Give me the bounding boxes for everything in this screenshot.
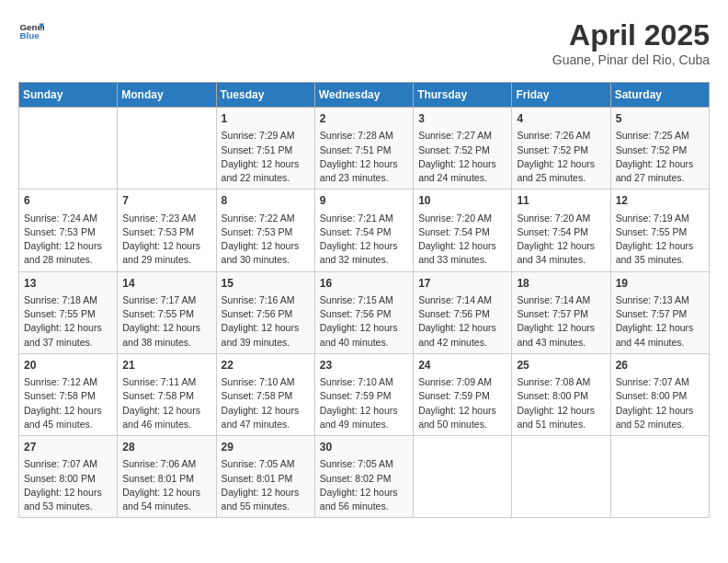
- page-header: General Blue April 2025 Guane, Pinar del…: [18, 18, 710, 67]
- day-number: 18: [517, 276, 605, 292]
- page-title: April 2025: [552, 18, 710, 52]
- day-info: Sunrise: 7:21 AMSunset: 7:54 PMDaylight:…: [320, 212, 408, 268]
- day-number: 7: [122, 193, 210, 209]
- calendar-cell: 18Sunrise: 7:14 AMSunset: 7:57 PMDayligh…: [512, 271, 610, 353]
- day-info: Sunrise: 7:08 AMSunset: 8:00 PMDaylight:…: [517, 375, 605, 431]
- day-number: 30: [320, 440, 408, 455]
- day-number: 17: [418, 276, 506, 292]
- header-row: SundayMondayTuesdayWednesdayThursdayFrid…: [19, 83, 710, 108]
- day-info: Sunrise: 7:27 AMSunset: 7:52 PMDaylight:…: [418, 129, 506, 185]
- day-info: Sunrise: 7:10 AMSunset: 7:59 PMDaylight:…: [320, 375, 408, 431]
- calendar-cell: 16Sunrise: 7:15 AMSunset: 7:56 PMDayligh…: [314, 271, 413, 353]
- day-number: 24: [418, 358, 506, 373]
- week-row-4: 20Sunrise: 7:12 AMSunset: 7:58 PMDayligh…: [19, 353, 710, 435]
- calendar-cell: 17Sunrise: 7:14 AMSunset: 7:56 PMDayligh…: [414, 271, 512, 353]
- day-info: Sunrise: 7:23 AMSunset: 7:53 PMDaylight:…: [122, 212, 210, 268]
- day-info: Sunrise: 7:05 AMSunset: 8:02 PMDaylight:…: [320, 457, 408, 513]
- calendar-cell: 9Sunrise: 7:21 AMSunset: 7:54 PMDaylight…: [314, 190, 413, 271]
- calendar-cell: 2Sunrise: 7:28 AMSunset: 7:51 PMDaylight…: [314, 108, 413, 190]
- day-info: Sunrise: 7:14 AMSunset: 7:56 PMDaylight:…: [418, 293, 506, 350]
- day-info: Sunrise: 7:25 AMSunset: 7:52 PMDaylight:…: [616, 129, 704, 185]
- day-number: 27: [24, 440, 112, 455]
- day-header-saturday: Saturday: [610, 83, 709, 108]
- day-number: 29: [222, 440, 310, 455]
- calendar-cell: 10Sunrise: 7:20 AMSunset: 7:54 PMDayligh…: [414, 190, 512, 271]
- day-info: Sunrise: 7:09 AMSunset: 7:59 PMDaylight:…: [418, 375, 506, 431]
- day-info: Sunrise: 7:06 AMSunset: 8:01 PMDaylight:…: [122, 457, 210, 513]
- calendar-cell: 14Sunrise: 7:17 AMSunset: 7:55 PMDayligh…: [118, 271, 216, 353]
- day-info: Sunrise: 7:14 AMSunset: 7:57 PMDaylight:…: [517, 293, 605, 350]
- day-info: Sunrise: 7:11 AMSunset: 7:58 PMDaylight:…: [122, 375, 210, 431]
- day-number: 4: [517, 111, 605, 127]
- day-number: 2: [320, 111, 408, 127]
- calendar-cell: 6Sunrise: 7:24 AMSunset: 7:53 PMDaylight…: [19, 190, 118, 271]
- day-number: 6: [24, 193, 112, 209]
- day-number: 14: [122, 276, 210, 292]
- calendar-cell: 30Sunrise: 7:05 AMSunset: 8:02 PMDayligh…: [314, 436, 413, 518]
- day-info: Sunrise: 7:05 AMSunset: 8:01 PMDaylight:…: [222, 457, 310, 513]
- calendar-cell: 27Sunrise: 7:07 AMSunset: 8:00 PMDayligh…: [19, 436, 118, 518]
- day-number: 3: [418, 111, 506, 127]
- day-number: 10: [418, 193, 506, 209]
- calendar-cell: [512, 436, 610, 518]
- calendar-cell: 12Sunrise: 7:19 AMSunset: 7:55 PMDayligh…: [610, 190, 709, 271]
- day-info: Sunrise: 7:28 AMSunset: 7:51 PMDaylight:…: [320, 129, 408, 185]
- week-row-1: 1Sunrise: 7:29 AMSunset: 7:51 PMDaylight…: [19, 108, 710, 190]
- calendar-cell: [118, 108, 216, 190]
- day-number: 20: [24, 358, 112, 373]
- calendar-table: SundayMondayTuesdayWednesdayThursdayFrid…: [18, 82, 710, 518]
- calendar-cell: 5Sunrise: 7:25 AMSunset: 7:52 PMDaylight…: [610, 108, 709, 190]
- calendar-body: 1Sunrise: 7:29 AMSunset: 7:51 PMDaylight…: [19, 108, 710, 518]
- day-number: 11: [517, 193, 605, 209]
- day-number: 13: [24, 276, 112, 292]
- day-info: Sunrise: 7:26 AMSunset: 7:52 PMDaylight:…: [517, 129, 605, 185]
- day-header-wednesday: Wednesday: [314, 83, 413, 108]
- calendar-cell: 24Sunrise: 7:09 AMSunset: 7:59 PMDayligh…: [414, 353, 512, 435]
- day-info: Sunrise: 7:20 AMSunset: 7:54 PMDaylight:…: [418, 212, 506, 268]
- week-row-2: 6Sunrise: 7:24 AMSunset: 7:53 PMDaylight…: [19, 190, 710, 271]
- day-info: Sunrise: 7:20 AMSunset: 7:54 PMDaylight:…: [517, 212, 605, 268]
- day-number: 9: [320, 193, 408, 209]
- calendar-cell: [610, 436, 709, 518]
- day-info: Sunrise: 7:29 AMSunset: 7:51 PMDaylight:…: [222, 129, 310, 185]
- day-number: 19: [616, 276, 704, 292]
- week-row-5: 27Sunrise: 7:07 AMSunset: 8:00 PMDayligh…: [19, 436, 710, 518]
- calendar-cell: 20Sunrise: 7:12 AMSunset: 7:58 PMDayligh…: [19, 353, 118, 435]
- calendar-cell: 3Sunrise: 7:27 AMSunset: 7:52 PMDaylight…: [414, 108, 512, 190]
- day-header-tuesday: Tuesday: [216, 83, 314, 108]
- calendar-cell: 8Sunrise: 7:22 AMSunset: 7:53 PMDaylight…: [216, 190, 314, 271]
- day-number: 16: [320, 276, 408, 292]
- day-info: Sunrise: 7:18 AMSunset: 7:55 PMDaylight:…: [24, 293, 112, 350]
- day-header-sunday: Sunday: [19, 83, 118, 108]
- calendar-cell: [414, 436, 512, 518]
- day-number: 15: [222, 276, 310, 292]
- day-info: Sunrise: 7:19 AMSunset: 7:55 PMDaylight:…: [616, 212, 704, 268]
- page-subtitle: Guane, Pinar del Rio, Cuba: [552, 52, 710, 67]
- calendar-cell: 22Sunrise: 7:10 AMSunset: 7:58 PMDayligh…: [216, 353, 314, 435]
- day-number: 21: [122, 358, 210, 373]
- day-info: Sunrise: 7:22 AMSunset: 7:53 PMDaylight:…: [222, 212, 310, 268]
- logo: General Blue: [18, 18, 46, 44]
- calendar-cell: 26Sunrise: 7:07 AMSunset: 8:00 PMDayligh…: [610, 353, 709, 435]
- day-number: 5: [616, 111, 704, 127]
- day-info: Sunrise: 7:24 AMSunset: 7:53 PMDaylight:…: [24, 212, 112, 268]
- day-info: Sunrise: 7:13 AMSunset: 7:57 PMDaylight:…: [616, 293, 704, 350]
- day-number: 12: [616, 193, 704, 209]
- calendar-cell: 4Sunrise: 7:26 AMSunset: 7:52 PMDaylight…: [512, 108, 610, 190]
- day-number: 8: [222, 193, 310, 209]
- day-header-monday: Monday: [118, 83, 216, 108]
- calendar-cell: 21Sunrise: 7:11 AMSunset: 7:58 PMDayligh…: [118, 353, 216, 435]
- day-info: Sunrise: 7:10 AMSunset: 7:58 PMDaylight:…: [222, 375, 310, 431]
- calendar-cell: 19Sunrise: 7:13 AMSunset: 7:57 PMDayligh…: [610, 271, 709, 353]
- calendar-cell: 11Sunrise: 7:20 AMSunset: 7:54 PMDayligh…: [512, 190, 610, 271]
- calendar-cell: 7Sunrise: 7:23 AMSunset: 7:53 PMDaylight…: [118, 190, 216, 271]
- day-number: 22: [222, 358, 310, 373]
- week-row-3: 13Sunrise: 7:18 AMSunset: 7:55 PMDayligh…: [19, 271, 710, 353]
- calendar-cell: 29Sunrise: 7:05 AMSunset: 8:01 PMDayligh…: [216, 436, 314, 518]
- day-header-thursday: Thursday: [414, 83, 512, 108]
- logo-icon: General Blue: [18, 18, 44, 44]
- day-info: Sunrise: 7:15 AMSunset: 7:56 PMDaylight:…: [320, 293, 408, 350]
- calendar-cell: [19, 108, 118, 190]
- day-info: Sunrise: 7:07 AMSunset: 8:00 PMDaylight:…: [24, 457, 112, 513]
- calendar-cell: 13Sunrise: 7:18 AMSunset: 7:55 PMDayligh…: [19, 271, 118, 353]
